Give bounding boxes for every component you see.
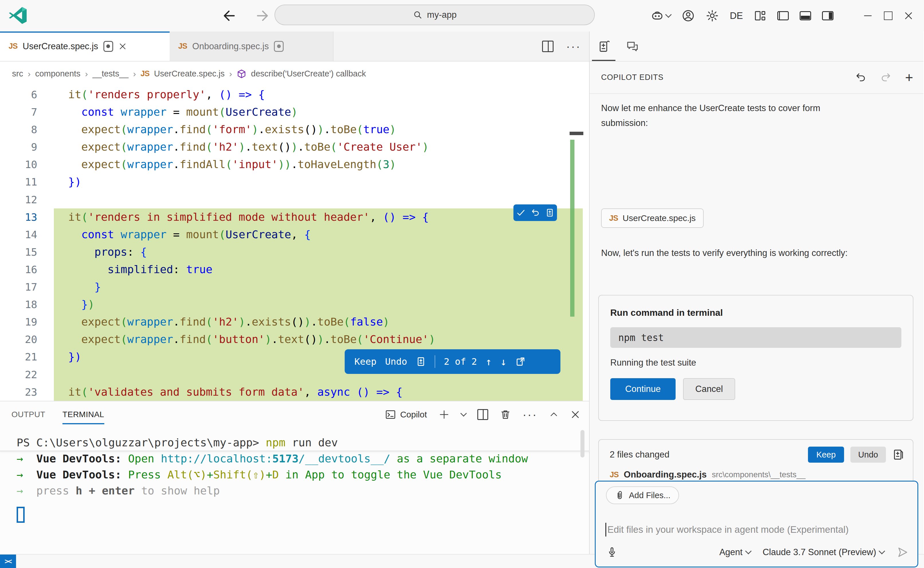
window-maximize-button[interactable] [884, 11, 892, 20]
code-line[interactable]: 15 props: { [0, 243, 589, 261]
code-line[interactable]: 14 const wrapper = mount(UserCreate, { [0, 226, 589, 243]
breadcrumb-src[interactable]: src [12, 69, 23, 79]
breadcrumb-components[interactable]: components [35, 69, 80, 79]
customize-layout-icon[interactable] [754, 9, 766, 22]
settings-gear-icon[interactable] [706, 9, 719, 22]
open-changes-icon[interactable] [515, 357, 526, 367]
keep-all-button[interactable]: Keep [808, 447, 844, 463]
terminal-profile[interactable]: Copilot [385, 409, 427, 420]
code-line[interactable]: 18 }) [0, 296, 589, 313]
panel-tab-terminal[interactable]: TERMINAL [62, 401, 104, 428]
continue-button[interactable]: Continue [610, 378, 676, 400]
code-line[interactable]: 13it('renders in simplified mode without… [0, 208, 589, 226]
keep-change-button[interactable]: Keep [354, 356, 376, 367]
model-picker-dropdown[interactable]: Claude 3.7 Sonnet (Preview) [763, 547, 884, 557]
copilot-edits-tab-icon[interactable] [598, 40, 611, 53]
code-text: } [54, 278, 583, 296]
overview-inserted-lines-bar [570, 140, 574, 317]
undo-change-button[interactable]: Undo [385, 356, 407, 367]
terminal-line: → Vue DevTools: Open http://localhost:51… [17, 451, 589, 467]
cancel-button[interactable]: Cancel [683, 378, 735, 400]
line-number: 15 [0, 243, 37, 261]
close-panel-icon[interactable] [570, 409, 580, 420]
window-minimize-button[interactable] [863, 11, 873, 21]
window-close-button[interactable] [903, 11, 914, 21]
nav-forward-icon[interactable] [255, 8, 270, 23]
modified-indicator-icon [274, 41, 284, 52]
chat-tab-icon[interactable] [626, 40, 639, 53]
command-center-search[interactable]: my-app [274, 5, 595, 25]
code-line[interactable]: 11}) [0, 173, 589, 191]
add-files-button[interactable]: Add Files... [606, 486, 679, 504]
code-line[interactable]: 12 [0, 191, 589, 208]
more-actions-icon[interactable]: ··· [566, 44, 581, 49]
tab-usercreate-spec[interactable]: JS UserCreate.spec.js [0, 32, 170, 61]
divider [435, 355, 435, 368]
chevron-right-icon: › [85, 69, 88, 79]
toggle-secondary-sidebar-icon[interactable] [822, 11, 833, 20]
tab-onboarding-spec[interactable]: JS Onboarding.spec.js [170, 32, 333, 61]
copilot-menu[interactable] [651, 9, 671, 22]
microphone-icon[interactable] [606, 546, 618, 558]
breadcrumb-file[interactable]: UserCreate.spec.js [154, 69, 225, 79]
code-line[interactable]: 20 expect(wrapper.find('button').text())… [0, 331, 589, 348]
command-separator [0, 451, 590, 452]
terminal-profile-label: Copilot [400, 410, 427, 419]
code-line[interactable]: 6it('renders properly', () => { [0, 86, 589, 103]
toggle-panel-icon[interactable] [800, 11, 811, 20]
inline-accept-widget [514, 204, 557, 221]
add-files-label: Add Files... [629, 491, 670, 500]
diff-file-icon[interactable] [545, 208, 554, 217]
keyboard-layout-badge[interactable]: DE [730, 10, 743, 21]
discard-change-icon[interactable] [531, 208, 540, 218]
agent-mode-dropdown[interactable]: Agent [720, 547, 751, 557]
panel-title: COPILOT EDITS [601, 73, 663, 82]
code-editor[interactable]: 6it('renders properly', () => {7 const w… [0, 86, 589, 401]
code-line[interactable]: 7 const wrapper = mount(UserCreate) [0, 103, 589, 121]
more-actions-icon[interactable]: ··· [523, 412, 538, 417]
view-all-diffs-icon[interactable] [892, 449, 904, 461]
code-line[interactable]: 10 expect(wrapper.findAll('input')).toHa… [0, 156, 589, 173]
modified-indicator-icon[interactable] [103, 41, 113, 52]
terminal-scrollbar[interactable] [580, 430, 585, 458]
breadcrumb-symbol[interactable]: describe('UserCreate') callback [251, 69, 366, 79]
scrollbar-thumb[interactable] [570, 132, 583, 135]
send-icon[interactable] [896, 546, 909, 559]
undo-all-button[interactable]: Undo [850, 447, 886, 463]
code-line[interactable]: 8 expect(wrapper.find('form').exists()).… [0, 121, 589, 138]
nav-back-icon[interactable] [221, 8, 237, 23]
next-change-icon[interactable]: ↓ [500, 356, 507, 368]
split-terminal-icon[interactable] [477, 409, 488, 420]
close-tab-icon[interactable] [118, 42, 127, 51]
new-session-icon[interactable]: + [905, 72, 913, 83]
split-editor-icon[interactable] [542, 41, 554, 52]
code-line[interactable]: 19 expect(wrapper.find('h2').exists()).t… [0, 313, 589, 331]
new-terminal-icon[interactable] [438, 409, 450, 420]
account-icon[interactable] [682, 9, 695, 22]
code-line[interactable]: 17 } [0, 278, 589, 296]
terminal-dropdown-icon[interactable] [460, 410, 467, 417]
changed-file-row[interactable]: JS Onboarding.spec.js src\components\__t… [604, 467, 907, 483]
search-value: my-app [427, 10, 456, 20]
code-line[interactable]: 23it('validates and submits form data', … [0, 383, 589, 401]
js-file-icon: JS [178, 42, 187, 51]
previous-change-icon[interactable]: ↑ [486, 356, 492, 368]
file-chip[interactable]: JS UserCreate.spec.js [601, 208, 704, 228]
command-preview: npm test [610, 327, 901, 348]
undo-edit-icon[interactable] [855, 72, 867, 84]
remote-indicator[interactable]: >< [0, 554, 16, 568]
code-line[interactable]: 9 expect(wrapper.find('h2').text()).toBe… [0, 138, 589, 156]
toggle-primary-sidebar-icon[interactable] [777, 11, 789, 20]
chat-input-box[interactable]: Add Files... Edit files in your workspac… [595, 481, 918, 567]
panel-tab-output[interactable]: OUTPUT [11, 401, 45, 428]
maximize-panel-icon[interactable] [549, 410, 559, 419]
accept-change-icon[interactable] [516, 208, 526, 218]
chevron-right-icon: › [133, 69, 136, 79]
code-line[interactable]: 16 simplified: true [0, 261, 589, 278]
terminal-output[interactable]: PS C:\Users\olguzzar\projects\my-app> np… [0, 428, 589, 523]
breadcrumb-tests[interactable]: __tests__ [92, 69, 129, 79]
kill-terminal-icon[interactable] [500, 409, 511, 420]
card-title: Run command in terminal [610, 307, 913, 318]
diff-file-icon[interactable] [416, 357, 426, 367]
line-number: 16 [0, 261, 37, 278]
